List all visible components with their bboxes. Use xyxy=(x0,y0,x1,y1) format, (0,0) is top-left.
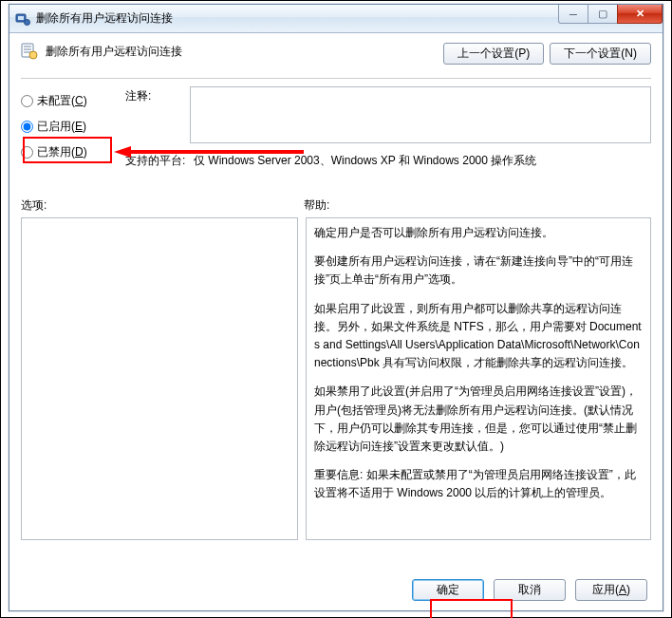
app-icon xyxy=(15,11,30,27)
policy-icon xyxy=(21,43,38,60)
close-button[interactable]: ✕ xyxy=(617,5,663,24)
header-row: 删除所有用户远程访问连接 上一个设置(P) 下一个设置(N) xyxy=(21,43,651,79)
state-radio-group: 未配置(C) 已启用(E) 已禁用(D) xyxy=(21,86,125,170)
help-paragraph: 如果禁用了此设置(并启用了“为管理员启用网络连接设置”设置)，用户(包括管理员)… xyxy=(314,383,643,456)
previous-setting-button[interactable]: 上一个设置(P) xyxy=(443,43,544,65)
help-pane[interactable]: 确定用户是否可以删除所有用户远程访问连接。 要创建所有用户远程访问连接，请在“新… xyxy=(306,217,651,540)
page-title: 删除所有用户远程访问连接 xyxy=(46,44,182,60)
cancel-button[interactable]: 取消 xyxy=(494,579,566,601)
radio-disabled-label[interactable]: 已禁用(D) xyxy=(37,144,87,160)
config-row: 未配置(C) 已启用(E) 已禁用(D) 注释: xyxy=(21,86,651,191)
panes: 确定用户是否可以删除所有用户远程访问连接。 要创建所有用户远程访问连接，请在“新… xyxy=(21,217,651,540)
help-label: 帮助: xyxy=(304,197,329,214)
titlebar-buttons: ─ ▢ ✕ xyxy=(559,5,663,26)
radio-disabled[interactable] xyxy=(21,146,33,159)
help-paragraph: 要创建所有用户远程访问连接，请在“新建连接向导”中的“可用连接”页上单击“所有用… xyxy=(314,253,643,289)
apply-button[interactable]: 应用(A) xyxy=(575,579,647,601)
outer-frame: 删除所有用户远程访问连接 ─ ▢ ✕ xyxy=(0,0,672,618)
comment-textarea[interactable] xyxy=(190,86,651,143)
titlebar: 删除所有用户远程访问连接 ─ ▢ ✕ xyxy=(9,5,663,33)
annotation-highlight-ok xyxy=(430,599,513,618)
help-paragraph: 重要信息: 如果未配置或禁用了“为管理员启用网络连接设置”，此设置将不适用于 W… xyxy=(314,466,643,502)
platforms-label: 支持的平台: xyxy=(125,151,190,169)
radio-enabled-label[interactable]: 已启用(E) xyxy=(37,119,86,135)
dialog-window: 删除所有用户远程访问连接 ─ ▢ ✕ xyxy=(9,4,663,611)
maximize-button[interactable]: ▢ xyxy=(588,5,618,24)
window-title: 删除所有用户远程访问连接 xyxy=(36,10,173,27)
minimize-button[interactable]: ─ xyxy=(558,5,588,24)
comment-label: 注释: xyxy=(125,86,190,104)
options-label: 选项: xyxy=(21,197,304,214)
next-setting-button[interactable]: 下一个设置(N) xyxy=(550,43,651,65)
help-paragraph: 确定用户是否可以删除所有用户远程访问连接。 xyxy=(314,224,643,242)
radio-not-configured[interactable] xyxy=(21,95,33,107)
radio-not-configured-label[interactable]: 未配置(C) xyxy=(37,93,87,109)
dialog-buttons: 确定 取消 应用(A) xyxy=(412,579,647,601)
help-paragraph: 如果启用了此设置，则所有用户都可以删除共享的远程访问连接。另外，如果文件系统是 … xyxy=(314,300,643,373)
pane-labels: 选项: 帮助: xyxy=(21,197,651,214)
svg-rect-1 xyxy=(18,16,24,20)
radio-enabled[interactable] xyxy=(21,121,33,133)
svg-point-7 xyxy=(29,51,37,59)
platforms-value: 仅 Windows Server 2003、Windows XP 和 Windo… xyxy=(190,151,651,183)
client-area: 删除所有用户远程访问连接 上一个设置(P) 下一个设置(N) 未配置(C) 已启… xyxy=(9,33,663,610)
svg-point-2 xyxy=(25,19,30,25)
ok-button[interactable]: 确定 xyxy=(412,579,484,601)
options-pane[interactable] xyxy=(21,217,298,540)
